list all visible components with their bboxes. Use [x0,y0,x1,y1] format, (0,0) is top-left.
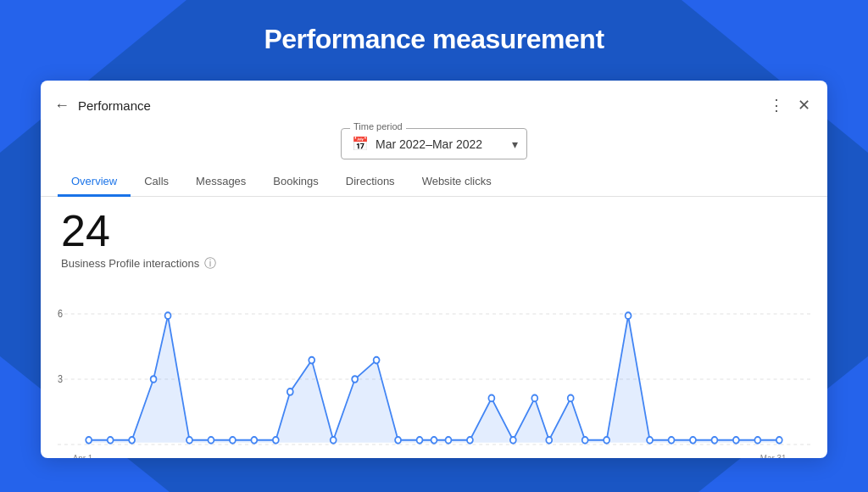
chart-dot [510,436,516,443]
stats-number: 24 [61,209,807,253]
calendar-icon: 📅 [352,136,369,152]
page-title: Performance measurement [0,24,868,55]
chart-dot [568,394,574,401]
x-label-start: Apr 1 [73,453,93,458]
dropdown-arrow-icon: ▾ [512,137,518,151]
chart-dot [711,436,717,443]
stats-area: 24 Business Profile interactions ⓘ [41,197,827,277]
chart-line [89,316,780,440]
chart-dot [331,436,337,443]
chart-dot [733,436,739,443]
header-actions: ⋮ ✕ [765,92,814,118]
chart-dot [108,436,114,443]
time-period-wrapper: Time period 📅 Mar 2022–Mar 2022 ▾ [41,118,827,168]
back-button[interactable]: ← [54,97,70,115]
x-label-end: Mar 31 [760,453,787,458]
chart-dot [776,436,782,443]
tab-calls[interactable]: Calls [131,168,182,197]
chart-dot [582,436,588,443]
chart-dot [165,312,171,319]
tab-messages[interactable]: Messages [182,168,259,197]
card-title: Performance [78,98,765,113]
stats-label: Business Profile interactions ⓘ [61,256,807,271]
time-period-label: Time period [350,121,406,131]
time-period-select[interactable]: Time period 📅 Mar 2022–Mar 2022 ▾ [341,128,527,159]
chart-dots [86,312,782,443]
tab-bookings[interactable]: Bookings [259,168,331,197]
tab-directions[interactable]: Directions [332,168,409,197]
time-period-value: Mar 2022–Mar 2022 [376,137,482,151]
chart-dot [186,436,192,443]
chart-dot [86,436,92,443]
chart-dot [431,436,437,443]
chart-dot [352,376,358,383]
chart-dot [417,436,423,443]
chart-dot [604,436,609,443]
y-label-6: 6 [58,308,63,319]
chart-dot [626,312,632,319]
chart-dot [446,436,452,443]
more-options-button[interactable]: ⋮ [765,92,787,118]
chart-dot [374,356,380,363]
card-header: ← Performance ⋮ ✕ [41,81,827,118]
tab-overview[interactable]: Overview [58,168,131,197]
chart-dot [251,436,257,443]
chart-dot [151,376,157,383]
tab-website-clicks[interactable]: Website clicks [409,168,505,197]
info-icon[interactable]: ⓘ [204,256,216,271]
performance-chart: 6 3 Apr 1 Mar 31 [58,277,810,459]
y-label-3: 3 [58,373,63,384]
chart-dot [754,436,760,443]
chart-dot [309,356,314,363]
performance-card: ← Performance ⋮ ✕ Time period 📅 Mar 2022… [41,81,827,458]
chart-dot [467,436,473,443]
chart-dot [669,436,675,443]
chart-dot [209,436,214,443]
chart-dot [129,436,135,443]
chart-dot [395,436,401,443]
stats-label-text: Business Profile interactions [61,257,199,270]
close-button[interactable]: ✕ [794,92,814,118]
chart-dot [546,436,552,443]
tabs-bar: OverviewCallsMessagesBookingsDirectionsW… [41,168,827,197]
chart-area: 6 3 Apr 1 Mar 31 [41,277,827,459]
chart-dot [287,389,293,395]
chart-dot [690,436,696,443]
chart-dot [230,436,236,443]
chart-dot [647,436,653,443]
chart-dot [273,436,279,443]
chart-dot [531,394,537,401]
chart-dot [488,394,494,401]
